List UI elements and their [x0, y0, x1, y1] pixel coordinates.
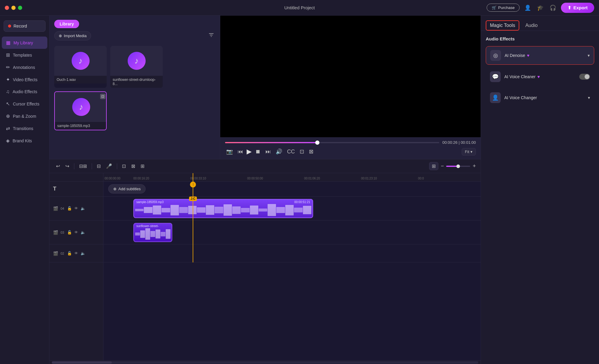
sidebar-item-transitions[interactable]: ⇄ Transitions	[2, 122, 47, 135]
audio-clip-sample[interactable]: sample-185059.mp3 00:00:51:21	[133, 199, 313, 218]
redo-button[interactable]: ↪	[64, 162, 71, 170]
sidebar-item-annotations[interactable]: ✏ Annotations	[2, 61, 47, 73]
captions-button[interactable]: CC	[286, 147, 296, 156]
ai-voice-cleaner-toggle[interactable]	[579, 74, 590, 80]
music-icon-1: ♪	[72, 52, 90, 70]
track-04-lock[interactable]: 🔓	[67, 206, 73, 211]
sidebar-item-cursor-effects[interactable]: ↖ Cursor Effects	[2, 98, 47, 110]
wave-bar-sf	[156, 229, 160, 238]
fit-button[interactable]: Fit ▾	[462, 148, 476, 155]
track-02-lock[interactable]: 🔓	[67, 250, 73, 256]
filter-button[interactable]	[207, 31, 215, 40]
close-button[interactable]	[5, 6, 9, 10]
tab-magic-tools[interactable]: Magic Tools	[486, 20, 519, 31]
track-03-mute[interactable]: 🔈	[80, 229, 86, 235]
zoom-in-button[interactable]: +	[473, 163, 476, 169]
cap-icon-button[interactable]: 🎓	[536, 3, 545, 12]
ai-denoise-dropdown-icon[interactable]: ▾	[588, 53, 590, 58]
wave-bar-sf	[150, 231, 155, 237]
track-03-tools: 🔓 👁 🔈	[67, 229, 86, 235]
wave-bar-sf	[166, 229, 171, 239]
split-button[interactable]: ⊟⊞	[77, 162, 89, 170]
audio-clip-sunflower[interactable]: sunflower-street-	[133, 223, 172, 242]
titlebar-actions: 🛒 Purchase 👤 🎓 🎧 ⬆ Export	[487, 3, 594, 13]
wave-bar	[153, 206, 161, 215]
export-button[interactable]: ⬆ Export	[561, 3, 594, 13]
wave-bar	[144, 207, 152, 213]
sidebar-item-video-effects[interactable]: ✦ Video Effects	[2, 73, 47, 86]
timeline-scroll-area[interactable]: 00:00:00:00 00:00:16:20 00:00:33:10 00:0…	[103, 173, 481, 360]
rewind-button[interactable]: ⏮	[236, 147, 244, 156]
track-03-eye[interactable]: 👁	[74, 229, 79, 235]
track-label-03: 🎬 03 🔓 👁 🔈	[49, 220, 103, 244]
music-icon-3: ♪	[72, 98, 90, 116]
track-02-mute[interactable]: 🔈	[80, 250, 86, 256]
record-button[interactable]: Record	[4, 20, 46, 32]
track-04-eye[interactable]: 👁	[74, 206, 79, 211]
wave-bar	[241, 208, 249, 212]
stop-button[interactable]: ⏹	[254, 147, 262, 156]
track-04-mute[interactable]: 🔈	[80, 206, 86, 211]
screenshot-button[interactable]: 📷	[225, 147, 234, 156]
headset-icon-button[interactable]: 🎧	[548, 3, 557, 12]
sidebar-item-pan-zoom[interactable]: ⊕ Pan & Zoom	[2, 110, 47, 122]
sidebar-label-templates: Templates	[13, 53, 32, 58]
scrollbar-track[interactable]	[52, 361, 478, 364]
clip-header: sample-185059.mp3 00:00:51:21	[134, 200, 313, 204]
wave-bar	[179, 207, 188, 213]
import-plus-icon: ⊕	[59, 34, 62, 38]
templates-icon: ⊞	[6, 52, 10, 58]
track-03-lock[interactable]: 🔓	[67, 229, 73, 235]
group-button[interactable]: ⊞	[139, 162, 146, 170]
time-total: 00:01:00	[461, 140, 476, 145]
ai-voice-changer-dropdown-icon[interactable]: ▾	[588, 95, 590, 100]
volume-button[interactable]: 🔊	[274, 147, 283, 156]
scrollbar-thumb[interactable]	[52, 361, 112, 364]
user-icon-button[interactable]: 👤	[523, 3, 532, 12]
import-media-button[interactable]: ⊕ Import Media	[54, 31, 91, 40]
tab-audio[interactable]: Audio	[524, 20, 539, 31]
media-item-sunflower[interactable]: ♪ sunflower-street-drumloop-8...	[110, 46, 163, 88]
effect-ai-voice-cleaner[interactable]: 💬 AI Voice Cleaner ♥	[486, 68, 594, 86]
export-icon: ⬆	[568, 5, 571, 10]
add-subtitles-button[interactable]: ⊕ Add subtitles	[108, 184, 146, 194]
crop-tool-button[interactable]: ⊡	[120, 162, 128, 170]
undo-button[interactable]: ↩	[54, 162, 62, 170]
effect-ai-denoise[interactable]: ◎ AI Denoise ♥ ▾	[486, 46, 594, 65]
mic-button[interactable]: 🎤	[104, 162, 114, 170]
zoom-slider[interactable]	[446, 166, 470, 167]
zoom-out-button[interactable]: −	[441, 163, 444, 169]
sidebar-item-audio-effects[interactable]: ♫ Audio Effects	[2, 86, 47, 98]
fast-forward-button[interactable]: ⏭	[264, 147, 272, 156]
progress-track[interactable]	[225, 142, 439, 143]
play-button[interactable]: ▶	[247, 148, 252, 155]
library-tab[interactable]: Library	[54, 20, 79, 28]
annotate-button[interactable]: ⊠	[129, 162, 137, 170]
zoom-handle[interactable]	[456, 164, 460, 168]
effect-ai-voice-changer[interactable]: 👤 AI Voice Changer ▾	[486, 89, 594, 107]
maximize-button[interactable]	[18, 6, 22, 10]
window-controls	[5, 6, 22, 10]
trim-button[interactable]: ⊟	[95, 162, 102, 170]
media-item-sample[interactable]: ⊡ ♪ sample-185059.mp3	[54, 91, 107, 130]
add-subtitles-label: Add subtitles	[118, 187, 141, 191]
track-02-eye[interactable]: 👁	[74, 250, 79, 256]
ai-voice-changer-label: AI Voice Changer	[504, 95, 537, 100]
expand-button[interactable]: ⊠	[308, 147, 315, 156]
clip-name: sample-185059.mp3	[136, 200, 164, 204]
media-label-sunflower: sunflower-street-drumloop-8...	[110, 76, 163, 88]
purchase-button[interactable]: 🛒 Purchase	[487, 4, 520, 12]
sidebar-item-my-library[interactable]: ▦ My Library	[2, 37, 47, 49]
minimize-button[interactable]	[11, 6, 16, 10]
progress-handle[interactable]	[315, 141, 319, 145]
ai-denoise-heart-icon: ♥	[527, 53, 529, 58]
ai-denoise-name: AI Denoise ♥	[505, 53, 584, 58]
crop-button[interactable]: ⊡	[298, 147, 305, 156]
sidebar-item-brand-kits[interactable]: ◈ Brand Kits	[2, 135, 47, 147]
fit-screen-button[interactable]: ⊞	[429, 162, 438, 170]
sidebar-item-templates[interactable]: ⊞ Templates	[2, 49, 47, 61]
sidebar: Record ▦ My Library ⊞ Templates ✏ Annota…	[0, 16, 49, 364]
ruler-label-area	[49, 173, 103, 182]
media-item-ouch[interactable]: ♪ Ouch-1.wav	[54, 46, 107, 88]
wave-bar	[171, 205, 179, 215]
